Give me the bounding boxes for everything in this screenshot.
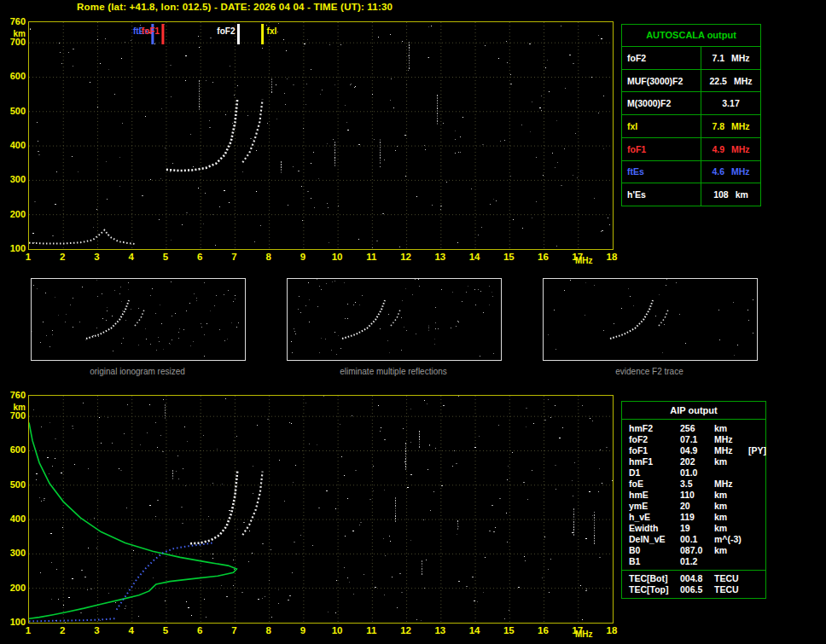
aip-param: foE (629, 479, 680, 490)
aip-tec-separator (622, 570, 765, 571)
y-tick-label: 760 (2, 390, 26, 400)
aip-unit: MHz (714, 434, 748, 445)
profile-canvas (29, 396, 613, 623)
aip-value: 202 (680, 456, 714, 467)
station-date-header: Rome (lat: +41.8, lon: 012.5) - DATE: 20… (77, 2, 393, 12)
y-tick-label: 500 (2, 479, 26, 490)
x-tick-label: 18 (600, 252, 624, 262)
thumbnail-canvas (288, 279, 499, 358)
x-tick-label: 4 (119, 252, 143, 262)
autoscala-value: 108km (701, 183, 760, 206)
aip-param: hmE (629, 490, 680, 501)
trace-f2_ordinary (166, 100, 237, 171)
marker-label-fxI: fxI (267, 26, 277, 36)
autoscala-param: foF2 (622, 47, 701, 69)
aip-row: ymE20km (622, 501, 765, 512)
aip-note (748, 584, 769, 595)
x-tick-label: 9 (291, 625, 315, 635)
x-tick-label: 16 (532, 625, 556, 635)
aip-note (748, 556, 769, 567)
aip-param: foF2 (629, 434, 680, 445)
thumbnail-caption: evidence F2 trace (542, 367, 757, 376)
y-tick-label: 500 (2, 106, 26, 116)
aip-value: 01.2 (680, 556, 714, 567)
y-tick-label: 300 (2, 174, 26, 184)
x-tick-label: 3 (84, 252, 108, 262)
y-axis-unit-label: km (2, 403, 26, 412)
autoscala-param: foF1 (622, 138, 701, 160)
autoscala-value-number: 22.5 (709, 76, 726, 86)
aip-row: foF104.9MHz[PY] (622, 445, 765, 456)
aip-unit: MHz (714, 479, 748, 490)
aip-value: 20 (680, 501, 714, 512)
autoscala-row: M(3000)F23.17 (622, 92, 760, 115)
aip-param: B1 (629, 556, 680, 567)
x-tick-label: 6 (188, 625, 212, 635)
autoscala-row: foF27.1MHz (622, 47, 760, 70)
trace-f2_extraordinary (242, 472, 262, 536)
autoscala-value: 3.17 (701, 92, 760, 114)
x-tick-label: 13 (428, 252, 452, 262)
aip-note (748, 456, 769, 467)
aip-note (748, 512, 769, 523)
aip-note: [PY] (748, 445, 769, 456)
aip-unit: TECU (714, 573, 748, 584)
thumbnail-canvas (544, 279, 755, 358)
autoscala-row: foF14.9MHz (622, 138, 760, 161)
autoscala-value-number: 108 (713, 189, 729, 200)
autoscala-row: MUF(3000)F222.5MHz (622, 70, 760, 93)
x-tick-label: 5 (154, 625, 177, 635)
aip-value: 00.1 (680, 534, 714, 545)
autoscala-value: 4.9MHz (701, 138, 760, 160)
x-tick-label: 15 (497, 252, 521, 262)
trace-f2_extraordinary (242, 100, 262, 163)
x-tick-label: 3 (84, 625, 108, 635)
autoscala-row: fxI7.8MHz (622, 115, 760, 138)
y-tick-label: 400 (2, 513, 26, 524)
aip-table-rows: hmF2256kmfoF207.1MHzfoF104.9MHz[PY]hmF12… (622, 423, 765, 595)
aip-value: 3.5 (680, 479, 714, 490)
aip-row: B101.2 (622, 556, 765, 567)
trace-es_layer (29, 230, 136, 244)
autoscala-value-number: 7.8 (712, 121, 724, 131)
x-tick-label: 11 (359, 252, 383, 262)
aip-table-title: AIP output (622, 402, 765, 420)
thumbnail-caption: eliminate multiple reflections (286, 367, 501, 376)
aip-row: DelN_vE00.1m^(-3) (622, 534, 765, 545)
autoscala-value: 7.1MHz (701, 47, 760, 69)
aip-value: 256 (680, 423, 714, 434)
x-tick-label: 2 (50, 252, 74, 262)
autoscala-table-rows: foF27.1MHzMUF(3000)F222.5MHzM(3000)F23.1… (622, 47, 760, 206)
aip-output-table: AIP output hmF2256kmfoF207.1MHzfoF104.9M… (621, 401, 766, 599)
aip-unit: km (714, 490, 748, 501)
thumb-f2-trace (86, 300, 129, 339)
aip-note (748, 573, 769, 584)
thumb-f2-trace (610, 300, 653, 339)
x-tick-label: 10 (325, 252, 349, 262)
aip-value: 087.0 (680, 545, 714, 556)
aip-param: D1 (629, 467, 680, 479)
x-tick-label: 4 (119, 625, 143, 635)
x-tick-label: 1 (16, 252, 40, 262)
aip-unit: km (714, 423, 748, 434)
aip-value: 19 (680, 523, 714, 534)
aip-param: TEC[Top] (629, 584, 680, 595)
x-tick-label: 14 (462, 625, 486, 635)
x-axis-unit-label: MHz (575, 256, 593, 265)
x-tick-label: 8 (257, 252, 281, 262)
aip-note (748, 423, 769, 434)
autoscala-value-number: 4.9 (712, 144, 724, 154)
autoscala-value-unit: MHz (731, 121, 750, 131)
marker-bar-foF1 (161, 24, 164, 44)
aip-note (748, 467, 769, 479)
autoscala-param: ftEs (622, 161, 701, 183)
autoscala-param: h'Es (622, 183, 701, 206)
x-tick-label: 9 (291, 252, 315, 262)
x-tick-label: 12 (394, 625, 418, 635)
x-tick-label: 7 (222, 625, 246, 635)
aip-row: foF207.1MHz (622, 434, 765, 445)
aip-param: B0 (629, 545, 680, 556)
aip-note (748, 545, 769, 556)
autoscala-value: 7.8MHz (701, 115, 760, 137)
autoscala-param: MUF(3000)F2 (622, 70, 701, 92)
